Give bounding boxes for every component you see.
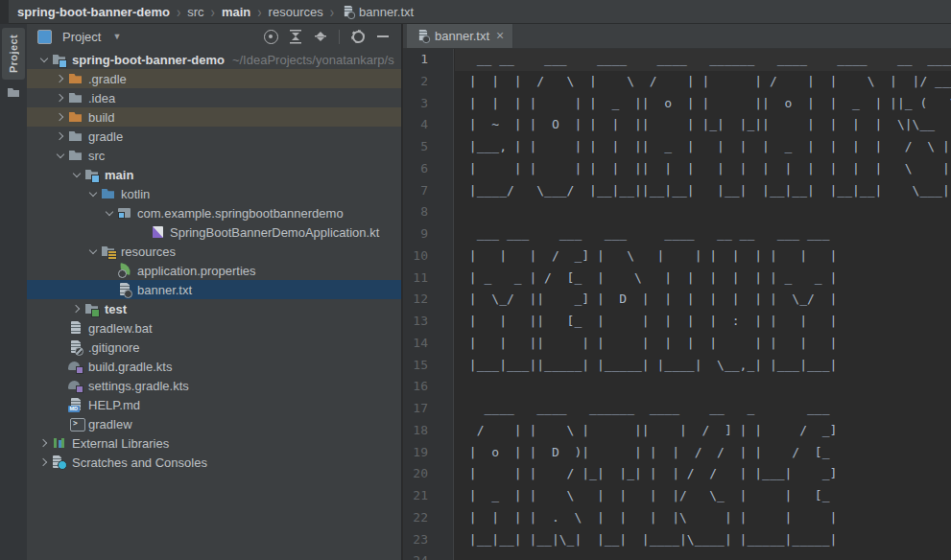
tool-window-tab-project[interactable]: Project bbox=[2, 28, 25, 80]
line-number-5: 5 bbox=[403, 136, 453, 158]
tree-item-com.example.springbootbannerdemo[interactable]: com.example.springbootbannerdemo bbox=[27, 203, 401, 222]
code-line-13: | | || [_ | | | | | : | | | | bbox=[455, 311, 951, 333]
text-file-icon bbox=[416, 29, 430, 42]
tree-item-label: main bbox=[105, 168, 133, 182]
tree-item-label: .gitignore bbox=[88, 340, 139, 355]
editor-content[interactable]: __ __ ___ ____ ____ ______ ____ ____ __ … bbox=[455, 49, 951, 560]
line-number-21: 21 bbox=[403, 485, 453, 507]
line-number-8: 8 bbox=[403, 201, 453, 223]
tree-item-application.properties[interactable]: application.properties bbox=[27, 261, 401, 280]
breadcrumb-separator: › bbox=[330, 3, 334, 21]
tree-item-build.gradle.kts[interactable]: build.gradle.kts bbox=[27, 357, 401, 376]
tree-item-label: com.example.springbootbannerdemo bbox=[137, 206, 344, 221]
tree-item-label: SpringBootBannerDemoApplication.kt bbox=[170, 225, 379, 240]
breadcrumb-separator: › bbox=[257, 3, 261, 21]
folder-excluded-icon bbox=[68, 71, 83, 86]
settings-icon[interactable] bbox=[347, 26, 369, 47]
tree-item-External Libraries[interactable]: External Libraries bbox=[27, 433, 401, 453]
code-line-23: |__|__| |__|\_| |__| |____|\____| |_____… bbox=[455, 529, 951, 551]
chevron-right-icon[interactable] bbox=[52, 114, 68, 120]
console-file-icon bbox=[68, 416, 83, 432]
folder-icon bbox=[68, 148, 83, 163]
line-number-24: 24 bbox=[403, 550, 453, 560]
tree-item-label: gradlew.bat bbox=[88, 321, 153, 336]
tree-item-src[interactable]: src bbox=[27, 146, 401, 165]
editor-gutter[interactable]: 123456789101112131415161718192021222324 bbox=[403, 49, 454, 560]
tool-window-strip: Project bbox=[0, 24, 27, 560]
breadcrumb-item-banner.txt[interactable]: banner.txt bbox=[341, 4, 414, 19]
breadcrumb-item-spring-boot-banner-demo[interactable]: spring-boot-banner-demo bbox=[17, 5, 170, 19]
tree-item-label: src bbox=[88, 149, 105, 163]
line-number-9: 9 bbox=[403, 223, 453, 245]
breadcrumb-item-resources[interactable]: resources bbox=[269, 5, 323, 19]
tree-item-label: settings.gradle.kts bbox=[88, 379, 189, 393]
line-number-7: 7 bbox=[403, 180, 453, 202]
tree-item-Scratches and Consoles[interactable]: Scratches and Consoles bbox=[27, 453, 401, 472]
line-number-17: 17 bbox=[403, 398, 453, 420]
hide-icon[interactable] bbox=[372, 26, 393, 47]
chevron-down-icon[interactable] bbox=[84, 193, 101, 196]
code-line-24 bbox=[455, 550, 951, 560]
code-line-14: | | || | | | | | | | | | | bbox=[455, 333, 951, 355]
project-tree: spring-boot-banner-demo~/IdeaProjects/yo… bbox=[27, 50, 401, 560]
code-line-17: ____ ____ ______ ____ __ _ ___ bbox=[455, 398, 951, 420]
breadcrumb-item-label: banner.txt bbox=[359, 5, 414, 19]
breadcrumb-item-src[interactable]: src bbox=[187, 5, 203, 19]
chevron-down-icon[interactable] bbox=[101, 212, 117, 215]
chevron-right-icon[interactable] bbox=[36, 440, 52, 446]
tree-item-main[interactable]: main bbox=[27, 165, 401, 184]
breadcrumb-separator: › bbox=[211, 3, 215, 21]
line-number-10: 10 bbox=[403, 245, 453, 268]
breadcrumb-item-main[interactable]: main bbox=[222, 5, 250, 19]
chevron-down-icon[interactable] bbox=[84, 250, 101, 253]
line-number-22: 22 bbox=[403, 507, 453, 529]
package-icon bbox=[117, 205, 132, 221]
line-number-15: 15 bbox=[403, 355, 453, 377]
chevron-right-icon[interactable] bbox=[36, 459, 52, 465]
code-line-10: | | | / _] | \ | | | | | | | | bbox=[455, 245, 951, 268]
code-line-6: | | | | | | || | | | | | | | | | | \ | bbox=[455, 158, 951, 180]
tree-item-settings.gradle.kts[interactable]: settings.gradle.kts bbox=[27, 376, 401, 395]
tree-item-gradlew[interactable]: gradlew bbox=[27, 414, 401, 433]
tree-item-HELP.md[interactable]: HELP.md bbox=[27, 395, 401, 414]
tree-item-.gitignore[interactable]: .gitignore bbox=[27, 338, 401, 357]
tree-item-test[interactable]: test bbox=[27, 299, 401, 318]
close-icon[interactable]: × bbox=[496, 31, 504, 40]
tree-item-resources[interactable]: resources bbox=[27, 242, 401, 261]
chevron-right-icon[interactable] bbox=[52, 76, 68, 82]
tree-item-label: .gradle bbox=[88, 72, 127, 86]
window-edge bbox=[0, 0, 9, 24]
code-line-19: | o | | D )| | | | / / | | / [_ bbox=[455, 442, 951, 464]
code-line-2: | | | / \ | \ / | | | / | | \ | |/ ___/ bbox=[455, 71, 951, 93]
panel-title[interactable]: Project bbox=[62, 30, 101, 44]
editor-tab-banner.txt[interactable]: banner.txt× bbox=[407, 23, 513, 48]
folder-kotlin-icon bbox=[101, 186, 116, 201]
tree-item-gradlew.bat[interactable]: gradlew.bat bbox=[27, 318, 401, 338]
project-pane-icon bbox=[36, 29, 52, 44]
tree-item-banner.txt[interactable]: banner.txt bbox=[27, 280, 401, 299]
chevron-right-icon[interactable] bbox=[52, 95, 68, 101]
chevron-right-icon[interactable] bbox=[68, 306, 84, 312]
chevron-down-icon[interactable] bbox=[52, 154, 68, 157]
tree-item-label: build.gradle.kts bbox=[88, 360, 172, 374]
tree-item-spring-boot-banner-demo[interactable]: spring-boot-banner-demo~/IdeaProjects/yo… bbox=[27, 50, 401, 69]
gradle-kts-icon bbox=[68, 359, 83, 374]
chevron-down-icon[interactable] bbox=[36, 58, 52, 61]
scratches-icon bbox=[52, 455, 67, 470]
tree-item-gradle[interactable]: gradle bbox=[27, 127, 401, 146]
expand-all-icon[interactable] bbox=[285, 26, 306, 47]
folder-test-icon bbox=[84, 301, 100, 316]
tree-item-SpringBootBannerDemoApplication.kt[interactable]: SpringBootBannerDemoApplication.kt bbox=[27, 222, 401, 242]
chevron-right-icon[interactable] bbox=[52, 133, 68, 139]
tree-item-.idea[interactable]: .idea bbox=[27, 88, 401, 107]
collapse-all-icon[interactable] bbox=[310, 26, 331, 47]
tool-window-tab-label: Project bbox=[8, 35, 19, 73]
code-line-21: | _ | | \ | | | |/ \_ | | [_ bbox=[455, 485, 951, 507]
tree-item-build[interactable]: build bbox=[27, 107, 401, 127]
chevron-down-icon[interactable]: ▼ bbox=[112, 32, 121, 41]
locate-icon[interactable] bbox=[260, 26, 281, 47]
breadcrumb-item-label: spring-boot-banner-demo bbox=[17, 5, 170, 19]
chevron-down-icon[interactable] bbox=[68, 174, 84, 176]
tree-item-.gradle[interactable]: .gradle bbox=[27, 69, 401, 88]
tree-item-kotlin[interactable]: kotlin bbox=[27, 184, 401, 203]
